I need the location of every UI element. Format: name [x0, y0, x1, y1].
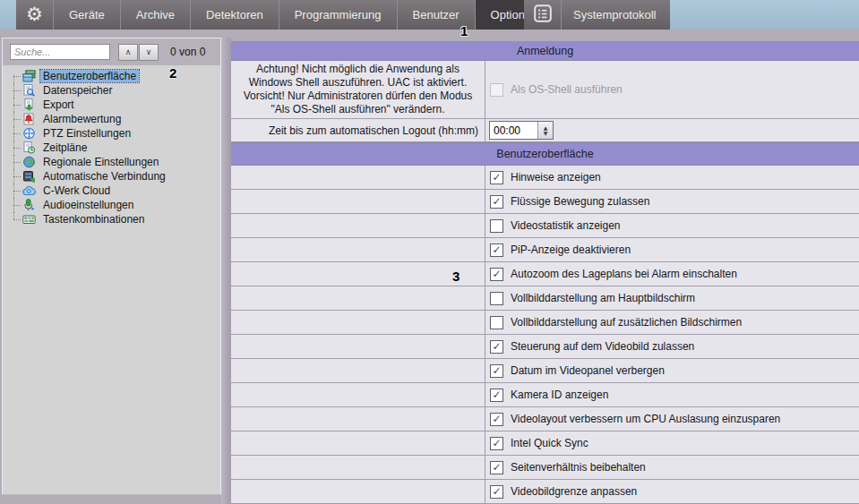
- export-icon: [22, 98, 36, 111]
- option-row-left-cell: [231, 383, 485, 406]
- option-label: Steuerung auf dem Videobild zulassen: [511, 340, 694, 353]
- app-window: ⚙ GeräteArchiveDetektorenProgrammierungB…: [0, 0, 859, 504]
- sidebar-item[interactable]: Zeitpläne: [3, 141, 220, 155]
- log-list-icon: [533, 4, 553, 27]
- option-label: Autozoom des Lageplans bei Alarm einscha…: [511, 268, 737, 280]
- option-checkbox[interactable]: ✓: [490, 268, 503, 281]
- sidebar-item[interactable]: Benutzeroberfläche: [3, 69, 220, 83]
- tab-archive[interactable]: Archive: [121, 0, 191, 30]
- option-checkbox[interactable]: ✓: [490, 340, 503, 354]
- option-row: ✓Seitenverhältnis beibehalten: [231, 456, 859, 480]
- option-checkbox[interactable]: ✓: [490, 195, 503, 209]
- option-checkbox[interactable]: ✓: [490, 413, 503, 426]
- option-row-left-cell: [231, 238, 485, 261]
- annotation-2: 2: [169, 65, 176, 81]
- logout-timeout-label: Zeit bis zum automatischen Logout (hh:mm…: [231, 119, 485, 141]
- option-checkbox[interactable]: ✓: [490, 461, 503, 474]
- option-row-left-cell: [231, 286, 485, 310]
- option-row: ✓Videobildgrenze anpassen: [231, 480, 859, 504]
- option-row-left-cell: [231, 166, 485, 189]
- option-checkbox[interactable]: [490, 292, 503, 305]
- sidebar-item[interactable]: Datenspeicher: [3, 83, 220, 98]
- option-row-right-cell: ✓Videobildgrenze anpassen: [485, 480, 859, 503]
- tab-detektoren[interactable]: Detektoren: [191, 0, 279, 30]
- option-row-right-cell: Videostatistik anzeigen: [485, 214, 859, 237]
- alarm-icon: [22, 113, 36, 125]
- option-row-left-cell: [231, 335, 485, 358]
- sidebar-item[interactable]: C-Werk Cloud: [3, 184, 220, 198]
- section-header-anmeldung: Anmeldung: [231, 41, 859, 61]
- sidebar-item[interactable]: Automatische Verbindung: [3, 169, 220, 184]
- system-log-bar[interactable]: Systemprotokoll: [524, 0, 670, 30]
- option-row: ✓Kamera ID anzeigen: [231, 383, 859, 407]
- option-checkbox[interactable]: ✓: [490, 364, 503, 378]
- sidebar-item[interactable]: Regionale Einstellungen: [3, 155, 220, 169]
- gear-icon: ⚙: [26, 5, 43, 24]
- option-row-left-cell: [231, 431, 485, 455]
- option-checkbox[interactable]: ✓: [490, 485, 503, 499]
- sidebar-item-label: C-Werk Cloud: [40, 184, 113, 197]
- option-label: Videostatistik anzeigen: [511, 219, 621, 232]
- sidebar-item-label: Audioeinstellungen: [40, 199, 136, 211]
- sidebar-splitter[interactable]: [221, 38, 231, 504]
- option-row-right-cell: ✓Steuerung auf dem Videobild zulassen: [485, 335, 859, 358]
- option-label: Vollbilddarstellung auf zusätzlichen Bil…: [511, 316, 742, 329]
- options-sidebar: ∧ ∨ 0 von 0 BenutzeroberflächeDatenspeic…: [2, 38, 221, 495]
- section-header-benutzeroberflaeche: Benutzeroberfläche: [231, 142, 859, 166]
- annotation-1: 1: [460, 23, 468, 38]
- option-checkbox[interactable]: [490, 316, 503, 329]
- tab-geräte[interactable]: Geräte: [54, 0, 121, 30]
- os-shell-checkbox-label: Als OS-Shell ausführen: [511, 83, 623, 96]
- sidebar-item[interactable]: Export: [3, 98, 220, 112]
- search-next-button[interactable]: ∨: [139, 44, 159, 61]
- option-label: Intel Quick Sync: [511, 437, 588, 449]
- sidebar-item[interactable]: PTZ Einstellungen: [3, 126, 220, 141]
- sidebar-item[interactable]: Tastenkombinationen: [3, 212, 220, 226]
- option-checkbox[interactable]: ✓: [490, 171, 503, 184]
- spinner-down-icon[interactable]: ▼: [544, 131, 548, 136]
- sidebar-item[interactable]: Alarmbewertung: [3, 112, 220, 126]
- option-checkbox[interactable]: ✓: [490, 437, 503, 450]
- globe-icon: [22, 156, 36, 168]
- audio-icon: [22, 199, 36, 211]
- option-checkbox[interactable]: ✓: [490, 243, 503, 257]
- main-menu-bar: ⚙ GeräteArchiveDetektorenProgrammierungB…: [16, 0, 553, 30]
- search-prev-button[interactable]: ∧: [118, 44, 138, 61]
- option-row-left-cell: [231, 214, 485, 237]
- connection-icon: [22, 170, 36, 183]
- os-shell-checkbox[interactable]: [490, 83, 503, 97]
- search-input[interactable]: [10, 44, 110, 60]
- option-label: Hinweise anzeigen: [511, 171, 601, 184]
- option-row: ✓Intel Quick Sync: [231, 431, 859, 456]
- option-row-right-cell: ✓Hinweise anzeigen: [485, 166, 859, 189]
- sidebar-item-label: Export: [40, 98, 77, 111]
- settings-gear-button[interactable]: ⚙: [16, 0, 54, 30]
- option-row: ✓PiP-Anzeige deaktivieren: [231, 238, 859, 262]
- option-row-left-cell: [231, 480, 485, 503]
- sidebar-search-bar: ∧ ∨ 0 von 0: [3, 38, 220, 65]
- option-row-left-cell: [231, 456, 485, 479]
- logout-timeout-cell: 00:00 ▲ ▼: [485, 119, 859, 141]
- search-nav-buttons: ∧ ∨: [118, 44, 159, 61]
- sidebar-item[interactable]: Audioeinstellungen: [3, 198, 220, 212]
- option-checkbox[interactable]: ✓: [490, 389, 503, 402]
- windows-icon: [22, 70, 36, 82]
- content-area: ∧ ∨ 0 von 0 BenutzeroberflächeDatenspeic…: [0, 38, 859, 504]
- option-row-right-cell: ✓Videolayout verbessern um CPU Auslasung…: [485, 407, 859, 431]
- sidebar-item-label: Automatische Verbindung: [40, 170, 168, 183]
- sidebar-item-label: Regionale Einstellungen: [40, 156, 161, 168]
- logout-time-value[interactable]: 00:00: [490, 122, 537, 139]
- option-label: Videobildgrenze anpassen: [511, 485, 637, 498]
- option-row-right-cell: ✓PiP-Anzeige deaktivieren: [485, 238, 859, 261]
- storage-search-icon: [22, 84, 36, 97]
- option-label: Datum im Videopanel verbergen: [511, 364, 665, 377]
- logout-timeout-row: Zeit bis zum automatischen Logout (hh:mm…: [231, 119, 859, 142]
- tab-programmierung[interactable]: Programmierung: [279, 0, 398, 30]
- logout-time-spinner[interactable]: 00:00 ▲ ▼: [489, 121, 554, 140]
- sidebar-item-label: Alarmbewertung: [40, 113, 124, 125]
- option-label: Kamera ID anzeigen: [511, 389, 608, 401]
- option-row-right-cell: ✓Seitenverhältnis beibehalten: [485, 456, 859, 479]
- option-checkbox[interactable]: [490, 219, 503, 233]
- spinner-buttons[interactable]: ▲ ▼: [537, 122, 553, 139]
- system-log-icon-button[interactable]: [524, 0, 562, 30]
